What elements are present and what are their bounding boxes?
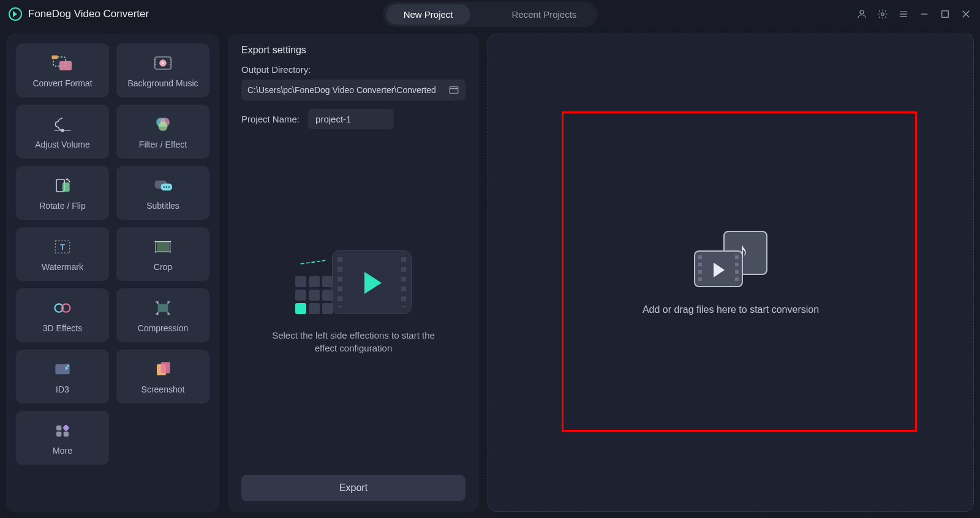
tools-panel: Convert Format Background Music Adjust V… bbox=[6, 34, 219, 512]
tool-screenshot[interactable]: Screenshot bbox=[116, 350, 209, 404]
svg-rect-6 bbox=[942, 11, 949, 18]
svg-marker-24 bbox=[66, 178, 67, 181]
svg-rect-11 bbox=[52, 56, 58, 59]
export-button[interactable]: Export bbox=[241, 475, 466, 501]
rotate-flip-icon bbox=[50, 175, 75, 196]
more-icon bbox=[50, 420, 75, 441]
3d-effects-icon bbox=[50, 298, 75, 318]
tool-compression[interactable]: Compression bbox=[116, 288, 209, 342]
content: Convert Format Background Music Adjust V… bbox=[6, 34, 974, 512]
export-heading: Export settings bbox=[241, 45, 466, 56]
settings-gear-icon[interactable] bbox=[877, 9, 888, 20]
drop-area[interactable]: Add or drag files here to start conversi… bbox=[488, 34, 974, 512]
adjust-volume-icon bbox=[50, 114, 75, 135]
effect-placeholder: Select the left side effections to start… bbox=[241, 129, 466, 475]
account-icon[interactable] bbox=[856, 9, 867, 20]
tab-recent-projects[interactable]: Recent Projects bbox=[494, 4, 594, 24]
project-name-input[interactable] bbox=[308, 109, 394, 129]
tab-new-project[interactable]: New Project bbox=[386, 4, 470, 24]
svg-point-14 bbox=[162, 62, 164, 64]
effect-illustration-icon bbox=[295, 250, 412, 318]
svg-rect-23 bbox=[62, 182, 70, 192]
tool-id3[interactable]: ID3 bbox=[16, 350, 109, 404]
minimize-icon[interactable] bbox=[919, 9, 930, 20]
tool-crop[interactable]: Crop bbox=[116, 227, 209, 281]
tool-label: Crop bbox=[154, 262, 172, 272]
tool-watermark[interactable]: T Watermark bbox=[16, 227, 109, 281]
background-music-icon bbox=[151, 53, 175, 73]
tool-label: More bbox=[53, 446, 72, 456]
svg-point-1 bbox=[881, 13, 884, 16]
tool-background-music[interactable]: Background Music bbox=[116, 43, 209, 97]
output-dir-value: C:\Users\pc\FoneDog Video Converter\Conv… bbox=[247, 85, 436, 95]
svg-text:T: T bbox=[60, 242, 65, 252]
tool-label: Subtitles bbox=[146, 201, 179, 211]
titlebar: FoneDog Video Converter New Project Rece… bbox=[0, 0, 980, 28]
svg-point-28 bbox=[166, 186, 168, 188]
svg-point-27 bbox=[163, 186, 165, 188]
svg-rect-44 bbox=[64, 432, 69, 437]
drop-illustration-icon bbox=[694, 231, 767, 287]
project-name-label: Project Name: bbox=[241, 114, 300, 124]
svg-rect-10 bbox=[59, 61, 72, 70]
svg-rect-40 bbox=[161, 362, 170, 373]
svg-point-18 bbox=[61, 129, 64, 132]
svg-rect-41 bbox=[56, 426, 61, 430]
svg-point-38 bbox=[67, 365, 69, 367]
svg-point-21 bbox=[159, 122, 168, 131]
convert-format-icon bbox=[50, 53, 75, 73]
window-controls bbox=[856, 9, 971, 20]
export-panel: Export settings Output Directory: C:\Use… bbox=[228, 34, 479, 512]
menu-icon[interactable] bbox=[898, 9, 909, 20]
tool-label: Filter / Effect bbox=[139, 140, 187, 149]
svg-rect-42 bbox=[62, 424, 70, 432]
close-icon[interactable] bbox=[960, 9, 971, 20]
tool-more[interactable]: More bbox=[16, 411, 109, 465]
maximize-icon[interactable] bbox=[940, 9, 951, 20]
screenshot-icon bbox=[151, 359, 175, 380]
svg-point-0 bbox=[860, 10, 864, 14]
output-dir-field[interactable]: C:\Users\pc\FoneDog Video Converter\Conv… bbox=[241, 80, 466, 100]
svg-rect-36 bbox=[158, 304, 168, 312]
filter-effect-icon bbox=[151, 114, 175, 135]
tool-label: Compression bbox=[138, 323, 188, 333]
id3-icon bbox=[50, 359, 75, 380]
compression-icon bbox=[151, 298, 175, 318]
svg-point-29 bbox=[168, 186, 170, 188]
tool-label: ID3 bbox=[56, 385, 69, 394]
tool-adjust-volume[interactable]: Adjust Volume bbox=[16, 105, 109, 159]
tool-label: Adjust Volume bbox=[35, 140, 90, 149]
tool-convert-format[interactable]: Convert Format bbox=[16, 43, 109, 97]
app-logo-icon bbox=[9, 7, 22, 21]
tool-subtitles[interactable]: Subtitles bbox=[116, 166, 209, 220]
tool-label: Convert Format bbox=[32, 78, 92, 88]
tool-3d-effects[interactable]: 3D Effects bbox=[16, 288, 109, 342]
svg-rect-32 bbox=[157, 242, 169, 252]
tool-label: Screenshot bbox=[141, 385, 185, 394]
watermark-icon: T bbox=[50, 236, 75, 257]
svg-rect-46 bbox=[450, 89, 458, 94]
tool-label: 3D Effects bbox=[43, 323, 82, 333]
project-tabs: New Project Recent Projects bbox=[383, 2, 598, 27]
svg-rect-43 bbox=[56, 432, 61, 437]
crop-icon bbox=[151, 236, 175, 257]
output-dir-label: Output Directory: bbox=[241, 64, 466, 75]
tool-label: Rotate / Flip bbox=[39, 201, 85, 211]
tool-label: Background Music bbox=[127, 78, 198, 88]
tool-filter-effect[interactable]: Filter / Effect bbox=[116, 105, 209, 159]
app-title: FoneDog Video Converter bbox=[28, 8, 149, 20]
effect-hint-text: Select the left side effections to start… bbox=[262, 329, 445, 355]
browse-folder-icon[interactable] bbox=[448, 84, 459, 96]
tool-rotate-flip[interactable]: Rotate / Flip bbox=[16, 166, 109, 220]
subtitles-icon bbox=[151, 175, 175, 196]
tool-label: Watermark bbox=[42, 262, 83, 272]
